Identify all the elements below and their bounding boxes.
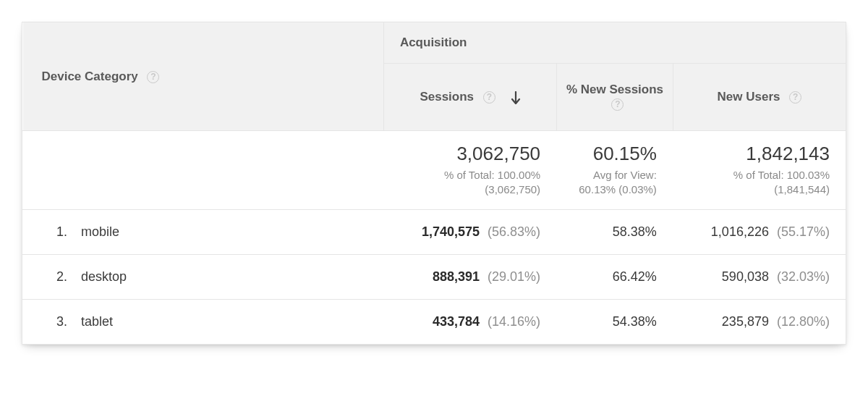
summary-row: 3,062,750 % of Total: 100.00% (3,062,750…: [23, 131, 846, 210]
row-sessions-value: 1,740,575: [422, 224, 480, 239]
col-header-pct-new-sessions[interactable]: % New Sessions ?: [557, 64, 673, 131]
help-icon[interactable]: ?: [147, 71, 159, 83]
row-index: 3.: [23, 299, 74, 344]
row-pct-new: 58.38%: [557, 209, 673, 254]
col-group-acquisition-label: Acquisition: [400, 35, 467, 49]
summary-new-users: 1,842,143 % of Total: 100.03% (1,841,544…: [673, 131, 846, 210]
row-pct-new: 66.42%: [557, 254, 673, 299]
col-header-device-category[interactable]: Device Category ?: [23, 22, 384, 131]
row-sessions: 888,391 (29.01%): [383, 254, 556, 299]
col-header-pct-new-sessions-label: % New Sessions: [566, 83, 663, 96]
row-new-users-value: 1,016,226: [711, 224, 769, 239]
row-new-users: 235,879 (12.80%): [673, 299, 846, 344]
row-device-name: desktop: [74, 254, 384, 299]
summary-sessions: 3,062,750 % of Total: 100.00% (3,062,750…: [383, 131, 556, 210]
summary-sessions-sub1: % of Total: 100.00%: [391, 168, 540, 182]
table-row[interactable]: 1. mobile 1,740,575 (56.83%) 58.38% 1,01…: [23, 209, 846, 254]
summary-new-users-sub2: (1,841,544): [681, 182, 830, 197]
table-row[interactable]: 3. tablet 433,784 (14.16%) 54.38% 235,87…: [23, 299, 846, 344]
row-new-users-pct: (12.80%): [777, 314, 830, 329]
row-sessions-value: 433,784: [433, 314, 480, 329]
row-sessions-pct: (14.16%): [488, 314, 540, 329]
summary-blank: [23, 131, 384, 210]
summary-pct-new-value: 60.15%: [564, 143, 657, 165]
col-header-new-users[interactable]: New Users ?: [673, 64, 846, 131]
row-sessions-pct: (56.83%): [488, 224, 540, 239]
row-new-users-value: 590,038: [722, 269, 769, 284]
row-sessions: 433,784 (14.16%): [383, 299, 556, 344]
row-index: 2.: [23, 254, 74, 299]
row-pct-new: 54.38%: [557, 299, 673, 344]
sort-desc-icon[interactable]: [511, 91, 521, 104]
row-device-name: mobile: [74, 209, 384, 254]
col-group-acquisition: Acquisition: [383, 22, 846, 64]
col-header-sessions-label: Sessions: [420, 90, 474, 104]
table-row[interactable]: 2. desktop 888,391 (29.01%) 66.42% 590,0…: [23, 254, 846, 299]
row-sessions-value: 888,391: [433, 269, 480, 284]
row-device-name: tablet: [74, 299, 384, 344]
row-new-users-pct: (32.03%): [777, 269, 830, 284]
col-header-device-category-label: Device Category: [42, 70, 138, 83]
help-icon[interactable]: ?: [789, 91, 801, 104]
help-icon[interactable]: ?: [483, 91, 495, 104]
summary-sessions-sub2: (3,062,750): [391, 182, 540, 197]
summary-pct-new: 60.15% Avg for View: 60.13% (0.03%): [557, 131, 673, 210]
row-new-users: 590,038 (32.03%): [673, 254, 846, 299]
analytics-table-card: Device Category ? Acquisition Sessions ?…: [22, 22, 846, 345]
device-category-table: Device Category ? Acquisition Sessions ?…: [22, 22, 846, 344]
row-new-users: 1,016,226 (55.17%): [673, 209, 846, 254]
col-header-sessions[interactable]: Sessions ?: [383, 64, 556, 131]
row-new-users-pct: (55.17%): [777, 224, 830, 239]
summary-pct-new-sub1: Avg for View:: [564, 168, 657, 182]
row-sessions-pct: (29.01%): [488, 269, 540, 284]
summary-new-users-value: 1,842,143: [681, 143, 830, 165]
row-new-users-value: 235,879: [722, 314, 769, 329]
summary-new-users-sub1: % of Total: 100.03%: [681, 168, 830, 182]
row-index: 1.: [23, 209, 74, 254]
summary-sessions-value: 3,062,750: [391, 143, 540, 165]
row-sessions: 1,740,575 (56.83%): [383, 209, 556, 254]
col-header-new-users-label: New Users: [718, 90, 780, 104]
summary-pct-new-sub2: 60.13% (0.03%): [564, 182, 657, 197]
help-icon[interactable]: ?: [611, 98, 624, 111]
